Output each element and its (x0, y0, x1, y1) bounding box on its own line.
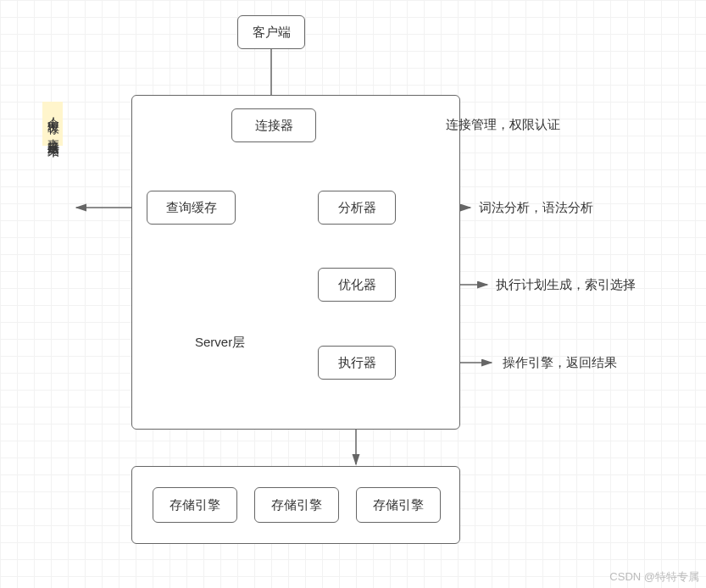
node-analyzer-text: 分析器 (338, 200, 376, 216)
node-connector-text: 连接器 (255, 118, 293, 134)
node-optimizer-text: 优化器 (338, 277, 376, 293)
node-storage-2-text: 存储引擎 (271, 497, 322, 513)
node-executor: 执行器 (318, 346, 396, 380)
watermark: CSDN @特特专属 (609, 569, 699, 585)
node-executor-text: 执行器 (338, 355, 376, 371)
node-cache-text: 查询缓存 (166, 200, 217, 216)
node-cache: 查询缓存 (147, 191, 236, 225)
node-analyzer: 分析器 (318, 191, 396, 225)
node-optimizer: 优化器 (318, 268, 396, 302)
server-layer-label: Server层 (195, 335, 245, 351)
connector-note: 连接管理，权限认证 (446, 117, 560, 133)
node-connector: 连接器 (231, 108, 316, 142)
executor-note: 操作引擎，返回结果 (503, 355, 617, 371)
node-client: 客户端 (237, 15, 305, 49)
server-layer-container (131, 95, 460, 430)
node-client-text: 客户端 (253, 25, 291, 41)
analyzer-note: 词法分析，语法分析 (479, 200, 593, 216)
cache-hit-label: 命中缓存，直接返回结果 (42, 102, 63, 146)
node-storage-1: 存储引擎 (153, 487, 237, 523)
node-storage-3: 存储引擎 (356, 487, 441, 523)
node-storage-1-text: 存储引擎 (170, 497, 220, 513)
node-storage-2: 存储引擎 (254, 487, 339, 523)
optimizer-note: 执行计划生成，索引选择 (496, 277, 636, 293)
node-storage-3-text: 存储引擎 (373, 497, 424, 513)
